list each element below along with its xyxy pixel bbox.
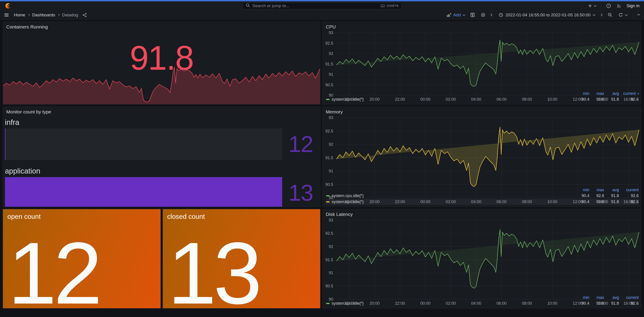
search-icon [246,3,250,9]
panel-title[interactable]: closed count [163,209,320,224]
share-icon [82,13,87,18]
clock-icon [498,13,504,18]
breadcrumb-home[interactable]: Home [14,13,25,18]
add-panel-button[interactable]: Add [446,13,465,18]
svg-text:22:00: 22:00 [395,301,405,305]
svg-text:90: 90 [329,195,333,200]
svg-text:14:00: 14:00 [598,199,608,204]
panel-open-count: open count 12 [3,209,161,308]
svg-text:92.5: 92.5 [325,129,333,133]
zoom-out-time-button[interactable] [608,12,613,18]
grafana-logo[interactable] [4,3,11,9]
svg-text:20:00: 20:00 [370,199,380,204]
plus-icon [588,4,592,8]
svg-text:90.5: 90.5 [325,182,333,187]
svg-text:?: ? [608,5,609,7]
svg-text:04:00: 04:00 [471,97,481,102]
svg-text:06:00: 06:00 [496,301,506,305]
chevron-right-icon [28,14,30,16]
panel-cpu: CPU 9090.59191.59292.59318:0020:0022:000… [322,22,641,105]
save-dashboard-button[interactable] [470,12,475,18]
sign-in-link[interactable]: Sign in [626,3,640,8]
svg-text:16:00: 16:00 [624,97,634,102]
svg-text:91.5: 91.5 [325,258,333,262]
svg-text:12:00: 12:00 [572,97,583,102]
panel-title[interactable]: open count [3,209,160,224]
search-input[interactable] [252,3,378,8]
panel-title[interactable]: Containers Running [3,22,320,31]
svg-text:20:00: 20:00 [370,301,380,305]
gauge-track[interactable] [5,128,282,160]
svg-text:14:00: 14:00 [598,301,608,305]
panel-title[interactable]: Monitor count by type [3,107,320,115]
svg-text:18:00: 18:00 [344,301,354,305]
svg-text:90.5: 90.5 [325,284,333,288]
svg-text:10:00: 10:00 [547,301,557,305]
svg-text:00:00: 00:00 [420,97,430,102]
news-button[interactable] [616,3,622,9]
svg-text:10:00: 10:00 [547,199,557,204]
breadcrumb-dashboards[interactable]: Dashboards [32,13,55,18]
gauge-value: 13 [282,177,318,207]
chevron-right-icon [58,14,60,16]
time-shift-forward-button[interactable] [600,14,602,16]
panel-title[interactable]: Disk Latency [322,209,641,218]
svg-text:14:00: 14:00 [598,97,608,102]
svg-text:20:00: 20:00 [370,97,380,102]
svg-text:22:00: 22:00 [395,97,405,102]
memory-plot-area[interactable]: 9090.59191.59292.59318:0020:0022:0000:00… [322,115,641,187]
menu-toggle-button[interactable] [4,13,9,18]
svg-text:06:00: 06:00 [496,199,506,204]
help-button[interactable]: ? [606,3,611,9]
share-dashboard-button[interactable] [82,13,87,18]
svg-text:16:00: 16:00 [624,199,634,204]
bar-gauge: infra 12 application 13 [3,115,320,207]
svg-text:12:00: 12:00 [572,301,583,305]
save-icon [470,12,475,18]
svg-text:00:00: 00:00 [420,199,430,204]
time-shift-back-button[interactable] [491,14,493,16]
svg-text:10:00: 10:00 [547,97,557,102]
svg-text:08:00: 08:00 [522,301,532,305]
stat-sparkline[interactable] [3,66,320,104]
svg-text:08:00: 08:00 [522,97,532,102]
gauge-label: application [5,167,282,177]
breadcrumb: Home Dashboards Datadog [14,13,87,18]
time-range-picker[interactable]: 2022-01-04 16:55:00 to 2022-01-05 16:50:… [498,13,595,18]
refresh-icon [618,12,623,18]
rss-icon [616,3,622,9]
disk-latency-plot-area[interactable]: 9090.59191.59292.59318:0020:0022:0000:00… [322,218,641,294]
nav-divider [601,3,601,9]
svg-text:90: 90 [329,297,333,301]
svg-text:12:00: 12:00 [572,199,583,204]
add-chart-icon [446,13,452,18]
svg-text:91.5: 91.5 [325,156,333,160]
svg-text:92.5: 92.5 [325,231,333,236]
panel-title[interactable]: Memory [322,107,641,115]
svg-text:92: 92 [329,244,333,249]
svg-text:06:00: 06:00 [496,97,506,102]
dashboard-toolbar: Home Dashboards Datadog Add [0,10,644,20]
hamburger-icon [4,13,9,18]
svg-text:22:00: 22:00 [395,199,405,204]
new-button[interactable] [588,4,596,8]
svg-text:00:00: 00:00 [420,301,430,305]
gauge-item-infra: infra 12 [5,117,318,160]
dashboard-settings-button[interactable] [480,12,486,18]
search-bar[interactable]: cmd+k [242,3,402,9]
cpu-plot-area[interactable]: 9090.59191.59292.59318:0020:0022:0000:00… [322,31,641,91]
chevron-down-icon [594,4,596,7]
gauge-track[interactable] [5,177,282,207]
gear-icon [480,12,486,18]
breadcrumb-current: Datadog [62,13,78,18]
gauge-fill [5,128,6,160]
stat-value: 13 [168,237,259,308]
svg-text:91.5: 91.5 [325,62,333,66]
panel-title[interactable]: CPU [322,22,641,31]
refresh-button[interactable] [618,12,627,18]
chevron-down-icon [593,13,596,16]
collapse-toolbar-button[interactable] [638,14,640,16]
toolbar-divider [632,12,632,18]
svg-text:18:00: 18:00 [344,97,354,102]
chevron-down-icon [625,13,628,16]
